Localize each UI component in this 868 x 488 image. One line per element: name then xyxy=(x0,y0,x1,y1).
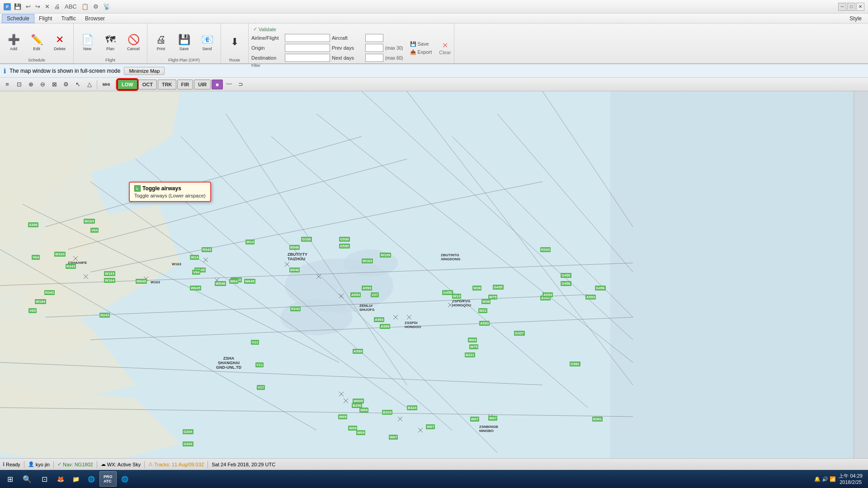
airway-label: G581 xyxy=(570,361,580,366)
status-sep-1 xyxy=(24,461,24,468)
origin-field: Origin Prev days 1 (max 30) xyxy=(251,44,403,52)
lasso-button[interactable]: ⊃ xyxy=(236,79,246,90)
airway-label: W14 xyxy=(190,255,199,260)
new-button[interactable]: 📄 New xyxy=(76,28,98,57)
map-container[interactable]: S308 W163 V64 V64 W163 R343 W163 W164 W6… xyxy=(0,91,868,458)
menu-traffic[interactable]: Traffic xyxy=(57,14,80,23)
low-airspace-button[interactable]: LOW xyxy=(118,80,137,89)
other-airspace-button[interactable]: ■ xyxy=(212,80,223,89)
toolbar-icon-7[interactable]: 📋 xyxy=(80,3,90,10)
map-view-button[interactable]: ⊡ xyxy=(14,79,24,90)
wave-button[interactable]: 〰 xyxy=(224,79,235,90)
info-message: The map window is shown in full-screen m… xyxy=(9,68,120,74)
taskbar-explorer[interactable]: 📁 xyxy=(69,471,83,487)
filter-export-button[interactable]: 📤 Export xyxy=(408,49,434,56)
info-bar: ℹ The map window is shown in full-screen… xyxy=(0,64,868,78)
airway-label: V17 xyxy=(257,385,265,390)
taskbar-globe[interactable]: 🌐 xyxy=(118,471,132,487)
validate-icon: ✓ xyxy=(253,26,257,32)
oct-airspace-button[interactable]: OCT xyxy=(138,80,157,89)
toolbar-icon-1[interactable]: 💾 xyxy=(13,3,23,10)
airway-label: W38 xyxy=(472,286,481,291)
measure-button[interactable]: △ xyxy=(84,79,95,90)
minimize-button[interactable]: ─ xyxy=(838,3,846,11)
taskbar-firefox[interactable]: 🦊 xyxy=(53,471,68,487)
uir-airspace-button[interactable]: UIR xyxy=(194,80,211,89)
flight-buttons: 📄 New 🗺 Plan 🚫 Cancel xyxy=(76,25,144,57)
schedule-buttons: ➕ Add ✏️ Edit ✕ Delete xyxy=(3,25,71,57)
airway-label: W645 xyxy=(244,279,255,284)
delete-button[interactable]: ✕ Delete xyxy=(49,28,71,57)
style-button[interactable]: Style xyxy=(845,14,866,23)
airway-label: R243 xyxy=(290,306,301,311)
origin-input[interactable] xyxy=(285,44,330,52)
send-button[interactable]: 📧 Send xyxy=(196,28,218,57)
filter-save-button[interactable]: 💾 Save xyxy=(408,41,434,47)
maximize-button[interactable]: □ xyxy=(847,3,855,11)
route-down-button[interactable]: ⬇ xyxy=(224,28,245,57)
taskbar-edge[interactable]: 🌐 xyxy=(84,471,99,487)
status-sep-2 xyxy=(53,461,54,468)
cursor-button[interactable]: ↖ xyxy=(72,79,83,90)
toolbar-icon-5[interactable]: 🖨 xyxy=(53,3,61,10)
zoom-in-button[interactable]: ⊕ xyxy=(25,79,36,90)
airline-flight-label: Airline/Flight xyxy=(251,35,283,41)
print-button[interactable]: 🖨 Print xyxy=(150,28,172,57)
menu-schedule[interactable]: Schedule xyxy=(2,14,34,23)
toolbar-icon-9[interactable]: 📡 xyxy=(102,3,112,10)
destination-label: Destination xyxy=(251,55,283,61)
next-days-input[interactable]: 7 xyxy=(365,54,383,62)
sys-clock: 上午 04:29 2018/2/25 xyxy=(839,473,863,486)
mhi-button[interactable]: MHI xyxy=(99,79,113,90)
airway-label: V11 xyxy=(251,340,259,345)
airway-label: W67 xyxy=(470,417,479,422)
cancel-button[interactable]: 🚫 Cancel xyxy=(123,28,144,57)
flightplan-buttons: 🖨 Print 💾 Save 📧 Send xyxy=(150,25,218,57)
edit-button[interactable]: ✏️ Edit xyxy=(26,28,47,57)
toolbar-icon-4[interactable]: ✕ xyxy=(43,3,51,10)
add-button[interactable]: ➕ Add xyxy=(3,28,24,57)
airway-label: G456 xyxy=(595,286,606,291)
toolbar-icon-2[interactable]: ↩ xyxy=(24,3,32,10)
validate-button[interactable]: ✓ Validate xyxy=(251,25,278,33)
toolbar-icon-3[interactable]: ↪ xyxy=(34,3,42,10)
menu-flight[interactable]: Flight xyxy=(34,14,57,23)
airway-label: G435 xyxy=(493,285,504,290)
layers-button[interactable]: ≡ xyxy=(2,79,13,90)
task-view-button[interactable]: ⊡ xyxy=(36,471,52,487)
airway-label: B548 xyxy=(289,267,300,272)
flightplan-group: 🖨 Print 💾 Save 📧 Send Flight Plan (OFP) xyxy=(147,23,221,63)
status-nav: ✓ Nav: NG1802 xyxy=(57,461,93,467)
clear-label[interactable]: Clear xyxy=(439,50,451,55)
search-button[interactable]: 🔍 xyxy=(19,471,35,487)
start-button[interactable]: ⊞ xyxy=(2,471,18,487)
airway-label: W67 xyxy=(389,435,398,440)
toolbar-icon-6[interactable]: ABC xyxy=(63,3,78,10)
filter-save-icon: 💾 xyxy=(410,41,416,47)
menu-browser[interactable]: Browser xyxy=(80,14,109,23)
nav-icon: ✓ xyxy=(57,461,61,467)
plan-button[interactable]: 🗺 Plan xyxy=(99,28,121,57)
toolbar-icon-8[interactable]: ⚙ xyxy=(92,3,100,10)
settings-button[interactable]: ⚙ xyxy=(61,79,71,90)
destination-input[interactable] xyxy=(285,54,330,62)
right-panel xyxy=(854,91,868,458)
toggle-airways-tooltip: L Toggle airways Toggle airways (Lower a… xyxy=(129,182,211,202)
trk-airspace-button[interactable]: TRK xyxy=(158,80,176,89)
airway-label: W75 xyxy=(469,344,478,349)
prev-days-input[interactable]: 1 xyxy=(365,44,383,52)
minimize-map-button[interactable]: Minimize Map xyxy=(124,67,165,75)
new-icon: 📄 xyxy=(81,34,94,46)
airline-flight-field: Airline/Flight Aircraft xyxy=(251,34,403,42)
close-button[interactable]: ✕ xyxy=(856,3,864,11)
zoom-out-button[interactable]: ⊖ xyxy=(37,79,48,90)
map-svg xyxy=(0,91,868,458)
airway-label: V27 xyxy=(371,292,379,297)
taskbar-proatc[interactable]: PROATC xyxy=(99,471,117,487)
select-button[interactable]: ⊠ xyxy=(49,79,60,90)
aircraft-input[interactable] xyxy=(365,34,383,42)
airline-flight-input[interactable] xyxy=(285,34,330,42)
fir-airspace-button[interactable]: FIR xyxy=(177,80,193,89)
save-button[interactable]: 💾 Save xyxy=(173,28,195,57)
flight-group-label: Flight xyxy=(105,57,115,62)
